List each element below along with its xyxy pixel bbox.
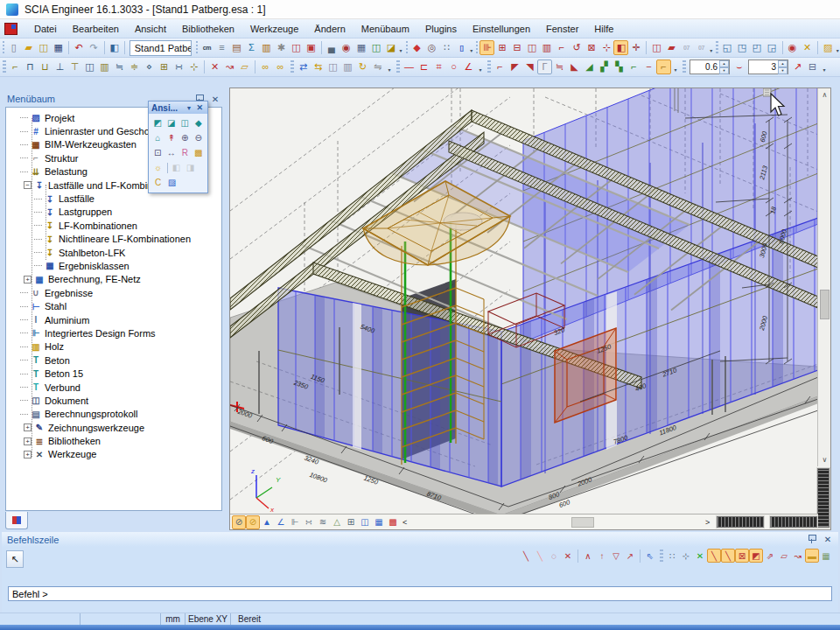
window-red-2-icon[interactable]: ▣: [304, 40, 318, 55]
gray-07b-icon[interactable]: 07: [694, 40, 709, 55]
tree-tab[interactable]: [5, 512, 28, 529]
box-view-icon[interactable]: ▩: [192, 146, 206, 159]
menu-einstellungen[interactable]: Einstellungen: [465, 20, 538, 38]
support-1-icon[interactable]: ⌐: [8, 60, 23, 74]
win-3-icon[interactable]: ◰: [750, 40, 765, 55]
corner-2-icon[interactable]: ◤: [508, 60, 522, 74]
gallery-icon[interactable]: ▤: [229, 40, 244, 55]
close-icon[interactable]: ✕: [210, 94, 220, 104]
overflow-icon[interactable]: ▾: [836, 40, 840, 55]
angle-icon[interactable]: ∠: [274, 515, 288, 529]
zoom-window-icon[interactable]: ⊡: [151, 146, 164, 159]
scroll-left-icon[interactable]: <: [400, 518, 410, 527]
flag-icon[interactable]: ⊩: [288, 515, 302, 529]
print-preview-icon[interactable]: ◉: [339, 40, 354, 55]
print-icon[interactable]: ▄: [324, 40, 339, 55]
grip[interactable]: [196, 41, 198, 54]
tree-item-nichtlineare-lf-kombinationen[interactable]: ↧Nichtlineare LF-Kombinationen: [6, 233, 221, 246]
tree-item-bibliotheken[interactable]: +≣Bibliotheken: [6, 434, 221, 447]
tree-item-integriertes-design-forms[interactable]: ⊩Integriertes Design Forms: [6, 326, 221, 340]
clip-1-icon[interactable]: ⊘: [232, 515, 246, 529]
dim-alt-icon[interactable]: ⊏: [416, 60, 431, 74]
snap-x-green-icon[interactable]: ✕: [693, 549, 707, 563]
grid-red-icon[interactable]: ▩: [386, 515, 400, 529]
support-11-icon[interactable]: ⊞: [157, 60, 172, 74]
grip[interactable]: [406, 41, 408, 54]
move-node-icon[interactable]: ✛: [628, 40, 643, 55]
zoom-doc-icon[interactable]: ◎: [424, 40, 439, 55]
corner-4-icon[interactable]: Γ: [537, 60, 552, 74]
vertical-scrollbar[interactable]: ∧ ∨: [817, 88, 830, 466]
support-9-icon[interactable]: ≑: [127, 60, 142, 74]
snap-arc-icon[interactable]: ⇗: [763, 549, 777, 563]
clip-2-icon[interactable]: ⊘: [246, 515, 260, 529]
node-red-icon[interactable]: ✕: [207, 60, 222, 74]
grip[interactable]: [476, 41, 478, 54]
win-2-icon[interactable]: ◳: [735, 40, 750, 55]
calculator-icon[interactable]: ▦: [354, 40, 368, 55]
section-icon[interactable]: ⊟: [805, 60, 820, 74]
tree-item-lastf-lle[interactable]: ↧Lastfälle: [6, 192, 221, 205]
snap-tan-icon[interactable]: ↝: [791, 549, 805, 563]
overflow-icon[interactable]: ▾: [469, 40, 473, 55]
menu-bibliotheken[interactable]: Bibliotheken: [174, 20, 242, 38]
support-7-icon[interactable]: ▥: [97, 60, 112, 74]
menu-hilfe[interactable]: Hilfe: [586, 20, 621, 38]
snap-int-icon[interactable]: ⊠: [735, 549, 749, 563]
tree-item-stahlbeton-lfk[interactable]: ↧Stahlbeton-LFK: [6, 246, 221, 259]
menu-bearbeiten[interactable]: Bearbeiten: [65, 20, 127, 38]
snap-ruler-icon[interactable]: ▬: [805, 549, 819, 563]
beam-3-icon[interactable]: ⊟: [509, 40, 524, 55]
grip[interactable]: [660, 550, 663, 563]
tree-item-werkzeuge[interactable]: +✕Werkzeuge: [6, 448, 221, 461]
tree-item-lf-kombinationen[interactable]: ↧LF-Kombinationen: [6, 219, 221, 232]
snap-end-icon[interactable]: ╲: [707, 549, 721, 563]
units-icon[interactable]: cm: [200, 40, 214, 55]
triangle-icon[interactable]: ▲: [260, 515, 274, 529]
clipboard-icon[interactable]: ▥: [259, 40, 274, 55]
wheel-icon[interactable]: ✱: [274, 40, 289, 55]
dim-circle-icon[interactable]: ○: [446, 60, 461, 74]
corner-8-icon[interactable]: ▞: [597, 60, 612, 74]
vertical-scroll-thumb[interactable]: [820, 290, 830, 319]
xml-icon[interactable]: Σ: [244, 40, 259, 55]
tree-item-dokument[interactable]: ◫Dokument: [6, 394, 221, 407]
tree-item-ergebnisse[interactable]: ∪Ergebnisse: [6, 286, 221, 299]
support-8-icon[interactable]: ≒: [112, 60, 127, 74]
overflow-icon[interactable]: ▾: [385, 60, 394, 74]
view-z-icon[interactable]: ◫: [178, 116, 192, 130]
copy-1-icon[interactable]: ◫: [326, 60, 340, 74]
command-input[interactable]: Befehl >: [8, 586, 832, 601]
tree-item-berechnung-fe-netz[interactable]: +▦Berechnung, FE-Netz: [6, 273, 221, 286]
link-oo-2-icon[interactable]: ∞: [273, 60, 288, 74]
snap-circle-icon[interactable]: ◌: [547, 549, 561, 563]
snap-mid-icon[interactable]: ╲: [721, 549, 735, 563]
beam-10-icon[interactable]: ◧: [613, 40, 628, 55]
plane-icon[interactable]: ✕: [800, 40, 815, 55]
light-icon[interactable]: ☼: [151, 161, 164, 174]
save-icon[interactable]: ▦: [51, 40, 66, 55]
camera-2-icon[interactable]: ◨: [184, 161, 197, 174]
snap-poly-icon[interactable]: ▱: [777, 549, 791, 563]
corner-3-icon[interactable]: ◥: [522, 60, 537, 74]
select-cursor-button[interactable]: ↖: [6, 550, 24, 568]
corner-9-icon[interactable]: ▚: [612, 60, 626, 74]
tree-item-zeichnungswerkzeuge[interactable]: +✎Zeichnungswerkzeuge: [6, 421, 221, 434]
gray-07a-icon[interactable]: 07: [679, 40, 694, 55]
view-y-icon[interactable]: ◪: [165, 116, 178, 130]
copy-2-icon[interactable]: ▥: [340, 60, 355, 74]
zoom-out-icon[interactable]: ⊖: [192, 131, 206, 144]
model-canvas[interactable]: 2000600324010800125087108006002000780011…: [230, 88, 817, 514]
document-icon[interactable]: [4, 23, 18, 35]
win-4-icon[interactable]: ◲: [765, 40, 780, 55]
walk-icon[interactable]: ↟: [165, 131, 178, 144]
menu-fenster[interactable]: Fenster: [538, 20, 586, 38]
expand-icon[interactable]: +: [24, 276, 32, 284]
tent-icon[interactable]: △: [330, 515, 344, 529]
overflow-icon[interactable]: ▾: [398, 40, 402, 55]
grip[interactable]: [396, 60, 400, 74]
view-axo-icon[interactable]: ◆: [192, 116, 206, 130]
grip[interactable]: [487, 60, 491, 74]
menu-ansicht[interactable]: Ansicht: [127, 20, 174, 38]
undo-icon[interactable]: ↶: [72, 40, 87, 55]
